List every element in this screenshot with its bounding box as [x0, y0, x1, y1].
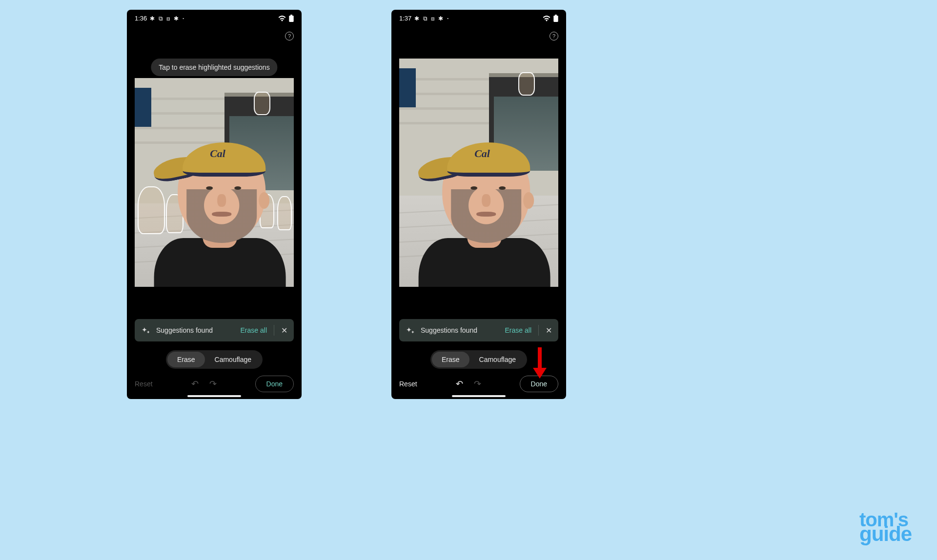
reset-button[interactable]: Reset: [135, 380, 153, 388]
notification-icons: ✱ ⧉ ⧈ ✱: [414, 15, 444, 22]
subject-mouth: [476, 212, 496, 217]
status-right: [543, 15, 558, 22]
phone-screen-right: 1:37 ✱ ⧉ ⧈ ✱ • ?: [391, 10, 566, 399]
subject-mouth: [212, 212, 231, 217]
erase-all-button[interactable]: Erase all: [241, 326, 274, 334]
subject-cap: Cal: [437, 133, 535, 181]
status-left: 1:37 ✱ ⧉ ⧈ ✱ •: [399, 15, 448, 22]
done-button[interactable]: Done: [255, 376, 294, 392]
erase-all-button[interactable]: Erase all: [505, 326, 538, 334]
redo-icon[interactable]: ↷: [209, 379, 217, 389]
subject-nose: [482, 194, 490, 207]
suggestion-outline[interactable]: [254, 92, 270, 115]
bottom-toolbar: Reset ↶ ↷ Done: [135, 376, 294, 392]
vertical-divider: [274, 325, 274, 336]
vertical-divider: [538, 325, 539, 336]
close-icon[interactable]: ✕: [279, 326, 289, 335]
suggestions-bar: Suggestions found Erase all ✕: [135, 319, 294, 341]
screenshot-pair: 1:36 ✱ ⧉ ⧈ ✱ • ? Tap to erase highlighte…: [127, 10, 810, 550]
undo-icon[interactable]: ↶: [456, 379, 463, 389]
nav-handle[interactable]: [187, 395, 241, 397]
help-icon[interactable]: ?: [550, 32, 558, 40]
subject-eye: [470, 186, 477, 190]
cap-logo: Cal: [210, 147, 225, 160]
cap-logo: Cal: [474, 147, 490, 160]
mode-selector: Erase Camouflage: [127, 350, 302, 369]
undo-redo-group: ↶ ↷: [191, 379, 217, 389]
photo-banner: [399, 68, 416, 107]
photo-preview[interactable]: Cal: [135, 78, 294, 287]
svg-rect-0: [290, 15, 292, 16]
watermark-line2: guide: [859, 522, 912, 545]
subject-ear: [523, 192, 534, 209]
sparkle-icon: [406, 326, 415, 335]
mode-camouflage[interactable]: Camouflage: [205, 352, 262, 367]
notification-icons: ✱ ⧉ ⧈ ✱: [150, 15, 180, 22]
watermark-logo: tom's guide: [859, 512, 912, 542]
erase-tooltip: Tap to erase highlighted suggestions: [151, 59, 277, 76]
svg-rect-2: [555, 15, 557, 16]
undo-icon[interactable]: ↶: [191, 379, 199, 389]
battery-icon: [553, 15, 558, 22]
undo-redo-group: ↶ ↷: [456, 379, 481, 389]
wifi-icon: [543, 16, 550, 21]
subject-cap: Cal: [173, 133, 270, 181]
help-icon[interactable]: ?: [285, 32, 294, 40]
svg-rect-3: [553, 16, 558, 22]
subject-eye: [499, 186, 506, 190]
wifi-icon: [278, 16, 286, 21]
help-row: ?: [127, 25, 302, 42]
subject-eye: [206, 186, 213, 190]
photo-banner: [135, 88, 151, 127]
annotation-arrow-icon: [531, 346, 549, 380]
mode-camouflage[interactable]: Camouflage: [469, 352, 526, 367]
svg-rect-1: [289, 16, 293, 22]
sparkle-icon: [142, 326, 150, 335]
photo-preview[interactable]: Cal: [399, 59, 558, 287]
phone-screen-left: 1:36 ✱ ⧉ ⧈ ✱ • ? Tap to erase highlighte…: [127, 10, 302, 399]
photo-subject: Cal: [414, 126, 555, 287]
suggestions-label: Suggestions found: [421, 326, 505, 334]
suggestions-bar: Suggestions found Erase all ✕: [399, 319, 558, 341]
status-right: [278, 15, 294, 22]
subject-head: Cal: [442, 145, 530, 243]
status-time: 1:37: [399, 15, 411, 22]
help-row: ?: [391, 25, 566, 42]
subject-head: Cal: [178, 145, 265, 243]
mode-pill: Erase Camouflage: [166, 350, 263, 369]
reset-button[interactable]: Reset: [399, 380, 417, 388]
mode-pill: Erase Camouflage: [430, 350, 527, 369]
close-icon[interactable]: ✕: [544, 326, 553, 335]
status-bar: 1:36 ✱ ⧉ ⧈ ✱ •: [127, 10, 302, 25]
status-bar: 1:37 ✱ ⧉ ⧈ ✱ •: [391, 10, 566, 25]
nav-handle[interactable]: [452, 395, 506, 397]
mode-erase[interactable]: Erase: [167, 352, 205, 367]
subject-ear: [259, 192, 269, 209]
redo-icon[interactable]: ↷: [474, 379, 481, 389]
battery-icon: [289, 15, 294, 22]
suggestion-outline[interactable]: [518, 72, 535, 96]
status-time: 1:36: [135, 15, 147, 22]
status-more-dot: •: [447, 16, 448, 20]
subject-nose: [217, 194, 226, 207]
suggestions-label: Suggestions found: [156, 326, 241, 334]
mode-erase[interactable]: Erase: [432, 352, 469, 367]
status-left: 1:36 ✱ ⧉ ⧈ ✱ •: [135, 15, 184, 22]
photo-subject: Cal: [149, 126, 291, 287]
status-more-dot: •: [183, 16, 184, 20]
subject-eye: [234, 186, 241, 190]
